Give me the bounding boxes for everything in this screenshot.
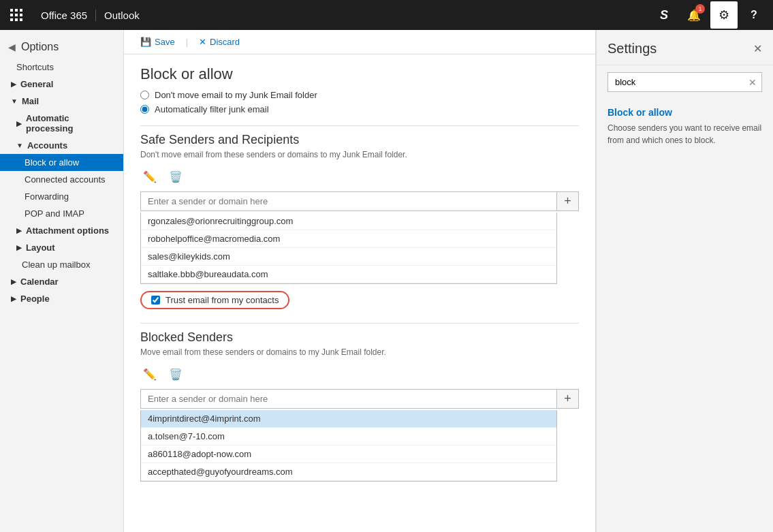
sidebar-item-block-or-allow[interactable]: Block or allow (0, 154, 123, 171)
blocked-senders-title: Blocked Senders (140, 330, 579, 345)
svg-rect-7 (15, 18, 18, 21)
options-title: Options (21, 41, 59, 53)
sidebar-item-shortcuts[interactable]: Shortcuts (0, 59, 123, 76)
blocked-sender-item-3[interactable]: a860118@adopt-now.com (141, 445, 556, 463)
brand-area: Office 365 Outlook (33, 10, 148, 21)
safe-sender-item-4[interactable]: saltlake.bbb@bureaudata.com (141, 266, 556, 283)
general-label: General (20, 79, 53, 89)
layout-label: Layout (26, 242, 55, 253)
mail-label: Mail (22, 96, 39, 106)
sidebar-item-pop-imap[interactable]: POP and IMAP (0, 205, 123, 222)
blocked-sender-item-2[interactable]: a.tolsen@7-10.com (141, 428, 556, 445)
safe-sender-item-2[interactable]: robohelpoffice@macromedia.com (141, 230, 556, 248)
layout-arrow-icon: ▶ (16, 244, 22, 251)
blocked-senders-add-button[interactable]: + (557, 389, 579, 409)
office365-label[interactable]: Office 365 (33, 10, 96, 21)
safe-senders-input-row: + (140, 191, 579, 211)
mail-arrow-icon: ▼ (11, 97, 18, 105)
people-label: People (20, 294, 50, 304)
sidebar-item-calendar[interactable]: ▶ Calendar (0, 273, 123, 290)
connected-accounts-label: Connected accounts (25, 174, 106, 185)
discard-label: Discard (210, 37, 240, 47)
safe-senders-delete-button[interactable]: 🗑️ (166, 168, 185, 186)
svg-rect-5 (20, 14, 22, 16)
pop-imap-label: POP and IMAP (25, 208, 84, 219)
blocked-senders-list: 4imprintdirect@4imprint.com a.tolsen@7-1… (140, 410, 557, 482)
settings-search-clear-icon[interactable]: ✕ (748, 77, 757, 88)
calendar-label: Calendar (20, 277, 59, 287)
people-arrow-icon: ▶ (11, 295, 16, 302)
sidebar-item-general[interactable]: ▶ General (0, 76, 123, 93)
main-content-area: 💾 Save | ✕ Discard Block or allow Don't … (124, 30, 596, 532)
sidebar-item-cleanup[interactable]: Clean up mailbox (0, 256, 123, 273)
save-icon: 💾 (140, 37, 151, 47)
safe-sender-item-3[interactable]: sales@kileykids.com (141, 248, 556, 266)
blocked-sender-item-1[interactable]: 4imprintdirect@4imprint.com (141, 410, 556, 428)
settings-header: Settings ✕ (597, 30, 773, 65)
svg-rect-1 (15, 9, 18, 12)
radio-dont-move[interactable]: Don't move email to my Junk Email folder (140, 90, 579, 100)
settings-gear-icon[interactable]: ⚙ (710, 1, 738, 29)
safe-senders-add-button[interactable]: + (557, 191, 579, 211)
cleanup-label: Clean up mailbox (22, 260, 90, 270)
radio-dont-move-input[interactable] (140, 91, 149, 99)
cal-arrow-icon: ▶ (11, 278, 16, 285)
attach-label: Attachment options (26, 225, 109, 236)
toolbar-separator: | (186, 37, 188, 47)
svg-rect-4 (15, 14, 18, 16)
outlook-label[interactable]: Outlook (96, 10, 148, 21)
sidebar: ◀ Options Shortcuts ▶ General ▼ Mail ▶ A… (0, 30, 124, 532)
main-toolbar: 💾 Save | ✕ Discard (124, 30, 595, 54)
blocked-sender-item-4[interactable]: accepthated@guyofyourdreams.com (141, 463, 556, 481)
options-header[interactable]: ◀ Options (0, 35, 123, 59)
sidebar-item-attachment-options[interactable]: ▶ Attachment options (0, 222, 123, 239)
safe-senders-icon-toolbar: ✏️ 🗑️ (140, 168, 579, 186)
sidebar-item-connected-accounts[interactable]: Connected accounts (0, 171, 123, 188)
auto-proc-label: Automatic processing (26, 113, 115, 134)
app-grid-icon[interactable] (5, 4, 27, 26)
settings-search-row: ✕ (597, 65, 773, 99)
help-icon[interactable]: ? (740, 1, 768, 29)
safe-senders-edit-button[interactable]: ✏️ (140, 168, 159, 186)
settings-close-button[interactable]: ✕ (753, 42, 762, 55)
sidebar-item-forwarding[interactable]: Forwarding (0, 188, 123, 205)
forwarding-label: Forwarding (25, 191, 69, 202)
safe-senders-desc: Don't move email from these senders or d… (140, 150, 579, 159)
blocked-senders-section: Blocked Senders Move email from these se… (140, 330, 579, 482)
blocked-senders-delete-button[interactable]: 🗑️ (166, 365, 185, 384)
discard-button[interactable]: ✕ Discard (199, 37, 240, 47)
trust-contacts-checkbox[interactable] (151, 296, 160, 304)
radio-auto-filter-input[interactable] (140, 105, 149, 114)
trust-contacts-checkbox-row[interactable]: Trust email from my contacts (140, 291, 289, 309)
general-arrow-icon: ▶ (11, 80, 16, 88)
top-navigation: Office 365 Outlook S 🔔 1 ⚙ ? (0, 0, 773, 30)
radio-auto-filter-label: Automatically filter junk email (155, 104, 269, 114)
svg-rect-0 (10, 9, 13, 12)
blocked-senders-edit-button[interactable]: ✏️ (140, 365, 159, 384)
settings-result-title[interactable]: Block or allow (608, 107, 762, 118)
blocked-senders-input[interactable] (140, 389, 557, 409)
sidebar-item-layout[interactable]: ▶ Layout (0, 239, 123, 256)
sidebar-item-people[interactable]: ▶ People (0, 290, 123, 307)
discard-icon: ✕ (199, 37, 206, 47)
sidebar-item-accounts[interactable]: ▼ Accounts (0, 137, 123, 154)
auto-proc-arrow-icon: ▶ (16, 120, 22, 127)
settings-search-input[interactable] (608, 72, 762, 92)
settings-result-desc: Choose senders you want to receive email… (608, 122, 762, 146)
back-arrow-icon: ◀ (8, 42, 16, 52)
section-divider-2 (140, 323, 579, 324)
block-allow-label: Block or allow (25, 157, 79, 168)
sidebar-item-automatic-processing[interactable]: ▶ Automatic processing (0, 110, 123, 137)
junk-filter-options: Don't move email to my Junk Email folder… (140, 90, 579, 114)
radio-auto-filter[interactable]: Automatically filter junk email (140, 104, 579, 114)
sidebar-item-mail[interactable]: ▼ Mail (0, 93, 123, 110)
settings-panel: Settings ✕ ✕ Block or allow Choose sende… (596, 30, 773, 532)
notifications-icon[interactable]: 🔔 1 (680, 1, 708, 29)
safe-senders-input[interactable] (140, 191, 557, 211)
save-button[interactable]: 💾 Save (140, 37, 175, 47)
shortcuts-label: Shortcuts (16, 62, 54, 72)
settings-search-wrapper: ✕ (608, 72, 762, 92)
safe-sender-item-1[interactable]: rgonzales@orionrecruitinggroup.com (141, 213, 556, 230)
svg-rect-3 (10, 14, 13, 16)
skype-icon[interactable]: S (650, 1, 678, 29)
